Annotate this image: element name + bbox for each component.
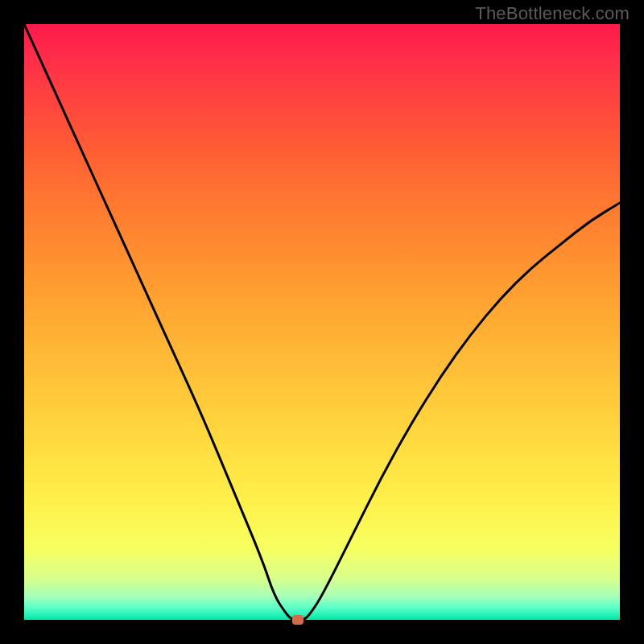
chart-plot-area bbox=[24, 24, 620, 620]
watermark-text: TheBottleneck.com bbox=[475, 3, 630, 24]
chart-curve bbox=[24, 24, 620, 620]
chart-marker bbox=[292, 615, 303, 625]
chart-curve-svg bbox=[24, 24, 620, 620]
